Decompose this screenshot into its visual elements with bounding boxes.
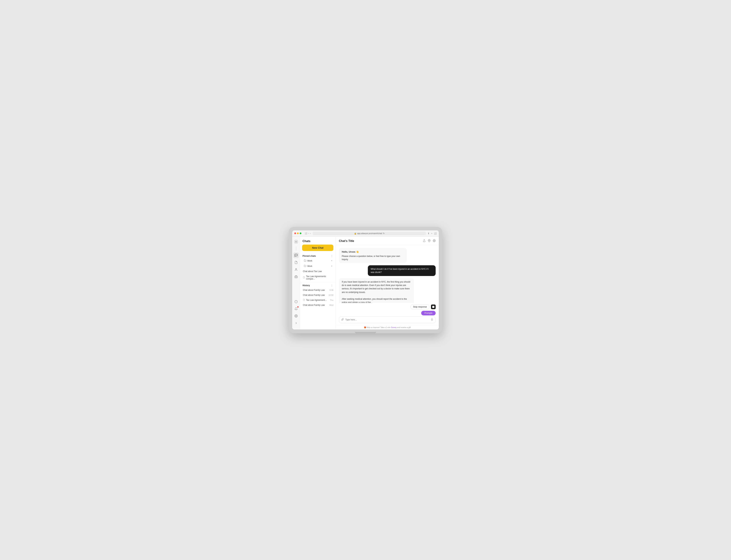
traffic-lights [294, 232, 301, 234]
messages-area: Hello, Uroos 👋 Please choose a question … [336, 245, 439, 303]
chat-area: Chat's Title [336, 237, 439, 330]
chat-header: Chat's Title [336, 237, 439, 245]
pinned-chat-tax-law[interactable]: Chat about Tax Law [300, 269, 335, 274]
history-item-label-1: Chat about Family Law [303, 294, 325, 296]
pinned-section-title: Pinned chats [302, 255, 316, 257]
history-item-3[interactable]: Chat about Family Law Wed [300, 303, 335, 308]
stop-response-button[interactable]: Stop response [411, 304, 430, 309]
folder-icon-2 [304, 265, 306, 268]
notification-badge [297, 306, 298, 308]
refresh-icon[interactable]: ↻ [383, 232, 385, 235]
survey-bar: 🎁 Help us improve! Take a 1-min Survey a… [336, 325, 439, 330]
history-time-1: 10:58 [328, 294, 333, 296]
lock-icon: 🔒 [354, 232, 356, 235]
doc-label: Tax Law Agreements compar... [306, 275, 333, 280]
history-item-2[interactable]: Tax Law Agreement... Thu [300, 298, 335, 303]
mic-icon[interactable] [431, 318, 433, 321]
svg-point-7 [295, 315, 296, 316]
history-label-0: Chat about Family Law [303, 289, 325, 291]
sidebar-item-settings[interactable] [293, 313, 299, 319]
sidebar-item-info[interactable] [293, 299, 299, 305]
sidebar-item-collapse[interactable] [293, 320, 299, 326]
history-section-title: History [302, 284, 310, 287]
browser-right-actions: ⬆ + ⬜ [428, 232, 437, 235]
chat-bottom: Stop response Prompts [336, 303, 439, 325]
chats-heading: Chats [300, 237, 335, 245]
attach-icon[interactable] [341, 318, 344, 321]
svg-point-2 [295, 268, 296, 269]
share-chat-button[interactable] [423, 239, 426, 243]
sidebar-item-documents[interactable] [293, 260, 299, 265]
user-msg-0: What should I do if I've been injured in… [371, 268, 429, 273]
stop-icon [431, 305, 436, 309]
history-label-1: Chat about Family Law [303, 294, 325, 296]
history-item-0[interactable]: Chat about Family Law 9:36 [300, 288, 335, 293]
pinned-section-header: Pinned chats ⋮ [300, 254, 335, 258]
app-container: AI [292, 237, 439, 330]
folder-label-2: Work [307, 265, 312, 267]
pinned-doc-tax-agreements[interactable]: Tax Law Agreements compar... [300, 274, 335, 281]
folder-item-left: Work [304, 259, 312, 262]
sidebar-item-profile[interactable] [293, 267, 299, 272]
input-area [339, 316, 436, 323]
stop-response-label: Stop response [413, 306, 427, 308]
sidebar-item-chats[interactable] [293, 252, 299, 258]
stop-response-row: Stop response [339, 304, 436, 309]
history-label-2: Tax Law Agreement... [306, 299, 326, 301]
history-label-3: Chat about Family Law [303, 304, 325, 306]
history-time-3: Wed [329, 304, 333, 306]
history-item-label-0: Chat about Family Law [303, 289, 325, 291]
browser-chrome: ⬜ ‹ › 🔒 app.ailawyer.pro/main#/chat/ ↻ ⬆… [292, 230, 439, 237]
sidebar-item-briefcase[interactable] [293, 274, 299, 280]
doc-icon-2 [303, 299, 305, 301]
new-chat-button[interactable]: New Chat [302, 245, 333, 251]
forward-button[interactable]: › [310, 232, 311, 235]
sidebar-item-notifications[interactable] [293, 306, 299, 312]
chat-item-left-doc: Tax Law Agreements compar... [303, 275, 333, 280]
chat-input[interactable] [345, 318, 429, 321]
message-user-0: What should I do if I've been injured in… [368, 265, 436, 276]
doc-icon [303, 276, 305, 279]
prompts-row: Prompts [339, 311, 436, 315]
close-button[interactable] [294, 232, 296, 234]
history-item-label-2: Tax Law Agreement... [303, 299, 326, 301]
message-bot-response-0: If you have been injured in an accident … [339, 278, 414, 303]
new-tab-icon[interactable]: + [431, 232, 433, 235]
history-item-1[interactable]: Chat about Family Law 10:58 [300, 293, 335, 298]
pinned-more-icon[interactable]: ⋮ [330, 255, 333, 257]
chat-settings-button[interactable] [433, 239, 436, 243]
history-more-icon[interactable]: ⋮ [330, 284, 333, 287]
svg-rect-3 [295, 276, 297, 278]
pinned-folder-work-2[interactable]: Work ▾ [301, 263, 334, 269]
svg-point-9 [429, 240, 430, 241]
folder-item-left-2: Work [304, 265, 312, 268]
chats-panel: Chats New Chat Pinned chats ⋮ [300, 237, 336, 330]
svg-text:AI: AI [295, 241, 297, 243]
maximize-button[interactable] [300, 232, 301, 234]
url-text: app.ailawyer.pro/main#/chat/ [357, 232, 382, 234]
back-button[interactable]: ‹ [308, 232, 309, 235]
history-time-0: 9:36 [329, 289, 333, 291]
minimize-button[interactable] [297, 232, 299, 234]
prompts-button[interactable]: Prompts [421, 311, 436, 315]
folder-icon [304, 259, 306, 262]
pinned-folder-work-1[interactable]: Work ▾ [301, 258, 334, 263]
survey-text: 🎁 Help us improve! Take a 1-min [364, 326, 391, 328]
sidebar-divider-top [296, 246, 296, 251]
extensions-icon[interactable]: ⬜ [434, 232, 437, 235]
svg-rect-11 [433, 306, 435, 308]
chat-header-actions [423, 239, 436, 243]
address-bar[interactable]: 🔒 app.ailawyer.pro/main#/chat/ ↻ [313, 232, 426, 235]
icon-sidebar-top: AI [293, 239, 299, 298]
logo-icon: AI [293, 239, 299, 245]
chat-label-taxlaw: Chat about Tax Law [303, 270, 322, 273]
greeting-title: Hello, Uroos 👋 [342, 250, 404, 254]
bot-response-0: If you have been injured in an accident … [342, 281, 410, 303]
chevron-icon-1: ▾ [331, 260, 332, 262]
share-icon[interactable]: ⬆ [428, 232, 430, 235]
survey-link[interactable]: Survey [391, 326, 397, 328]
history-item-label-3: Chat about Family Law [303, 304, 325, 306]
icon-sidebar-bottom [293, 299, 299, 327]
history-time-2: Thu [330, 299, 333, 301]
pin-chat-button[interactable] [428, 239, 431, 243]
